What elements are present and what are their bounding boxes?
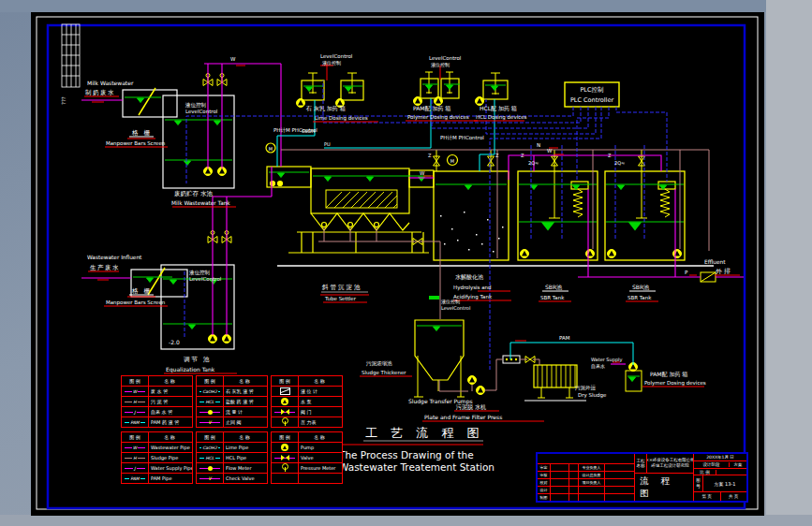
drawing-title-en1: The Process Drawing of the [338,449,474,460]
label-effluent-zh: 外排 [716,268,732,275]
project-name-label: 工程名称 [635,454,647,473]
label-lc-pam-en: LevelControl [429,55,462,61]
legend-group-en-1: 图 例名 称 WWastewater Pipe HSludge Pipe JWa… [121,431,193,484]
label-lc-hydro-zh: 液位控制 [441,299,460,305]
title-block-signatures: 审定专业负责人 审核设计总负责 校对项目负责人 设计 制图 [538,454,635,501]
label-hcl-zh: HCL配 加药 箱 [480,105,517,112]
label-lc-milk-en: LevelControl [185,109,218,114]
legend-row: HSludge Pipe [122,452,192,462]
legend-row: Valve [272,452,342,462]
label-thickener-en: Sludge Thickener [362,370,406,376]
legend-row: Pump [272,442,342,452]
label-lc-lime-en: LevelControl [320,53,353,59]
sheet-corner-text: ??? [61,96,66,105]
title-block-row: 校对项目负责人 [538,479,634,487]
legend-table-en: 图 例名 称 WWastewater Pipe HSludge Pipe JWa… [121,431,343,484]
check-valve-icon [199,419,221,426]
tag-z-2: Z [495,153,499,158]
tag-w-2: W [420,170,425,176]
label-sbr2-zh: SBR池 [632,284,649,291]
legend-row: 止回 阀 [197,416,267,427]
legend-header: 图 例名 称 [197,376,267,386]
legend-row: H污 泥 管 [122,396,192,406]
label-plc-en: PLC Controller [570,96,613,104]
label-sbr1-en: SBR Tank [540,295,565,300]
title-block-right: 20XX年1月 日 设计阶段方案 比 例 图号方案 13-1 第 页共 页 [694,454,746,501]
label-pamb-en: Polymer Dosing devices [644,380,706,387]
legend-group-zh-3: 图 例名 称 液 位 计 水 泵 阀 门 压 力表 [271,375,343,428]
valve-icon [273,409,296,416]
tag-pam: PAM [559,335,570,341]
legend-row: PAMPAM Pipe [122,473,192,483]
tag-n: N [537,142,540,148]
tag-mixer-m2: M [450,158,454,164]
legend-header-symbol: 图 例 [122,376,149,386]
label-effluent-en: Effluent [704,259,726,265]
lime-pipe-icon: CaOH2 [199,445,221,451]
pam-pipe-icon: PAM [124,419,146,426]
drawing-type-title: 流 程 图 [635,474,693,501]
legend-table-zh: 图 例名 称 W废 水 管 H污 泥 管 J自来 水 管 PAMPAM 药 液 … [121,375,343,428]
label-lime-zh: 石 灰乳 加药 箱 [305,105,346,112]
legend-row: WWastewater Pipe [122,442,192,452]
legend-row: CaOH2Lime Pipe [197,442,267,452]
legend-row: Flow Meter [197,462,267,473]
drawing-title-en2: Wastewater Treatement Station [339,461,495,473]
label-lime-en: Lime Dosing devices [315,115,368,122]
tag-q-2: 2Q≈ [614,160,625,166]
pressure-meter-icon [282,464,288,473]
label-pamb-zh: PAM配 加药 箱 [650,371,687,378]
label-hydro-en1: Hydrolysis and [453,285,492,291]
valve-icon [273,455,296,461]
label-influent-en: Wastewater Influent [87,255,142,260]
company-name: ××环保设备工程有限公司环境工程设计研究院 [647,454,693,473]
label-eq-en: Equalization Tank [166,366,215,373]
legend-row [272,473,342,483]
legend-header: 图 例名 称 [122,376,192,386]
title-block-empty-strip [538,454,634,464]
legend-header: 图 例名 称 [272,432,342,442]
legend-row: HCL盐酸 药 液 管 [197,396,267,406]
label-thickener-zh: 污泥浓缩池 [366,360,392,367]
legend-row: 流 量 计 [197,406,267,416]
label-plc-zh: PLC控制 [580,86,603,94]
label-lc-milk-zh: 液位控制 [185,102,207,109]
label-milk-tank-en: Milk Wastewater Tank [171,200,230,206]
tag-pu: PU [324,141,331,147]
legend-group-zh-1: 图 例名 称 W废 水 管 H污 泥 管 J自来 水 管 PAMPAM 药 液 … [121,375,193,428]
wastewater-pipe-icon: W [124,445,146,451]
title-block-row: 审核设计总负责 [538,472,634,479]
tag-z-3: Z [521,153,524,158]
label-eq-zh: 调节 池 [184,356,212,363]
legend-row: JWater Supply Pipe [122,462,192,473]
legend-row: PAMPAM 药 液 管 [122,416,192,427]
label-lc-eq-en: LevelControl [189,276,222,282]
hcl-pipe-icon: HCL [199,455,221,461]
legend-header: 图 例名 称 [122,432,192,442]
label-sbr1-zh: SBR池 [545,284,562,291]
title-block-row: 制图 [538,494,634,501]
legend-group-en-3: 图 例名 称 Pump Valve Pressure Meter [271,431,343,484]
sludge-pipe-icon: H [124,455,146,461]
legend-row: 压 力表 [272,416,342,427]
legend-row: 水 泵 [272,396,342,406]
title-block-row: 审定专业负责人 [538,464,634,472]
label-screen2-zh: 格 栅 [131,287,152,295]
legend-row: 液 位 计 [272,386,342,396]
watersupply-pipe-icon: J [124,465,146,472]
label-depth: -2.0 [169,339,180,345]
legend-header: 图 例名 称 [272,376,342,386]
label-milk-wastewater-en: Milk Wastewater [87,80,134,86]
tag-caoh: CaOH [302,128,315,134]
legend: 图 例名 称 W废 水 管 H污 泥 管 J自来 水 管 PAMPAM 药 液 … [121,375,343,484]
label-press-en: Plate and Frame Filter Press [424,414,502,420]
legend-row: 阀 门 [272,406,342,416]
sludge-pipe-icon: H [124,399,146,405]
flow-meter-icon [199,409,221,416]
legend-group-zh-2: 图 例名 称 CaOH2石 灰乳 液 管 HCL盐酸 药 液 管 流 量 计 止… [196,375,268,428]
label-sbr2-en: SBR Tank [627,295,652,300]
tag-z-4: Z [608,153,612,158]
label-press-zh: 污泥脱 水机 [455,403,486,411]
check-valve-icon [199,475,221,482]
label-lc-hydro-en: LevelControl [441,305,470,311]
